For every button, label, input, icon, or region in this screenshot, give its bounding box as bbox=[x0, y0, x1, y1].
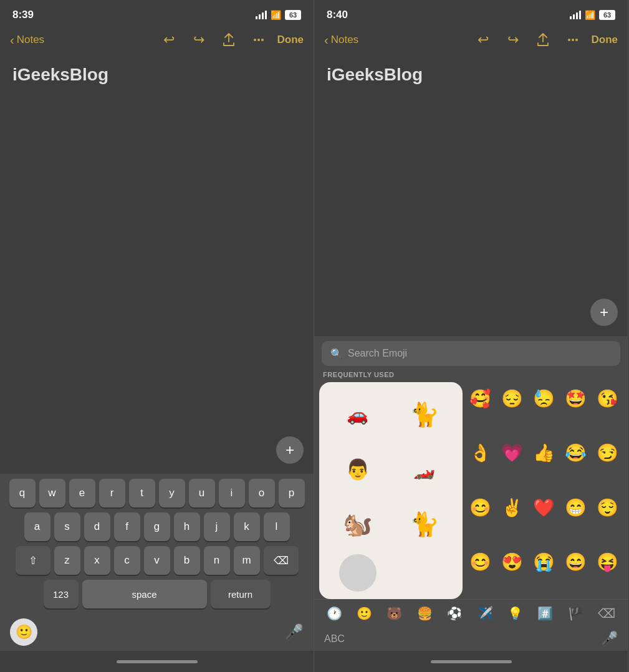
key-m[interactable]: m bbox=[234, 546, 260, 575]
sticker-car2[interactable]: 🏎️ bbox=[393, 444, 455, 494]
cat-nature-icon[interactable]: 🐻 bbox=[384, 603, 405, 623]
emoji-17[interactable]: 😭 bbox=[529, 546, 559, 578]
keyboard-row-3: ⇧ z x c v b n m ⌫ bbox=[4, 546, 310, 575]
key-g[interactable]: g bbox=[144, 512, 170, 541]
note-area-left: iGeeksBlog + bbox=[0, 55, 314, 474]
key-e[interactable]: e bbox=[69, 479, 95, 507]
key-j[interactable]: j bbox=[204, 512, 230, 541]
sticker-cat1[interactable]: 🐈 bbox=[393, 390, 455, 439]
plus-button-right[interactable]: + bbox=[590, 299, 618, 326]
emoji-keyboard: 🔍 Search Emoji FREQUENTLY USED 🚗 🐈 👨 🏎️ … bbox=[314, 336, 628, 651]
svg-point-1 bbox=[257, 39, 260, 41]
key-a[interactable]: a bbox=[24, 512, 50, 541]
key-q[interactable]: q bbox=[9, 479, 36, 507]
mic-icon-right[interactable]: 🎤 bbox=[601, 631, 618, 647]
key-v[interactable]: v bbox=[144, 546, 170, 575]
key-i[interactable]: i bbox=[219, 479, 245, 507]
emoji-16[interactable]: 😍 bbox=[497, 546, 527, 578]
emoji-15[interactable]: 😊 bbox=[465, 546, 496, 578]
emoji-button[interactable]: 🙂 bbox=[10, 618, 37, 646]
note-title-right[interactable]: iGeeksBlog bbox=[327, 65, 615, 85]
emoji-1[interactable]: 😔 bbox=[497, 382, 527, 415]
emoji-18[interactable]: 😄 bbox=[560, 546, 591, 578]
emoji-0[interactable]: 🥰 bbox=[465, 382, 496, 415]
cat-flags-icon[interactable]: 🏴 bbox=[565, 603, 586, 623]
cat-face-icon[interactable]: 🙂 bbox=[354, 603, 375, 623]
keyboard-row-2: a s d f g h j k l bbox=[4, 512, 310, 541]
svg-point-3 bbox=[568, 39, 570, 41]
cat-travel-icon[interactable]: ✈️ bbox=[475, 603, 496, 623]
key-x[interactable]: x bbox=[84, 546, 110, 575]
undo-button-left[interactable]: ↩ bbox=[158, 29, 180, 51]
back-button-right[interactable]: ‹ Notes bbox=[324, 33, 358, 47]
sticker-cat2[interactable]: 🐈 bbox=[393, 499, 455, 549]
cat-food-icon[interactable]: 🍔 bbox=[415, 603, 435, 623]
note-title-left[interactable]: iGeeksBlog bbox=[12, 65, 301, 85]
key-w[interactable]: w bbox=[39, 479, 65, 507]
key-f[interactable]: f bbox=[114, 512, 140, 541]
cat-delete-icon[interactable]: ⌫ bbox=[595, 603, 618, 623]
more-button-right[interactable] bbox=[562, 29, 584, 51]
emoji-2[interactable]: 😓 bbox=[529, 382, 559, 415]
key-n[interactable]: n bbox=[204, 546, 230, 575]
sticker-squirrel[interactable]: 🐿️ bbox=[327, 499, 388, 549]
key-k[interactable]: k bbox=[234, 512, 260, 541]
emoji-6[interactable]: 💗 bbox=[497, 437, 527, 469]
sticker-blank bbox=[327, 554, 388, 592]
emoji-14[interactable]: 😌 bbox=[592, 491, 623, 524]
key-y[interactable]: y bbox=[159, 479, 185, 507]
key-backspace[interactable]: ⌫ bbox=[264, 546, 299, 575]
key-z[interactable]: z bbox=[54, 546, 80, 575]
redo-button-right[interactable]: ↪ bbox=[502, 29, 524, 51]
done-button-right[interactable]: Done bbox=[592, 34, 618, 46]
emoji-9[interactable]: 😏 bbox=[592, 437, 623, 469]
key-o[interactable]: o bbox=[249, 479, 275, 507]
emoji-11[interactable]: ✌️ bbox=[497, 491, 527, 524]
key-h[interactable]: h bbox=[174, 512, 200, 541]
key-t[interactable]: t bbox=[129, 479, 155, 507]
more-button-left[interactable] bbox=[247, 29, 270, 51]
keyboard: q w e r t y u i o p a s d f g h j k l ⇧ … bbox=[0, 474, 314, 613]
share-button-right[interactable] bbox=[532, 29, 554, 51]
sticker-car[interactable]: 🚗 bbox=[327, 390, 388, 439]
key-shift[interactable]: ⇧ bbox=[16, 546, 50, 575]
emoji-8[interactable]: 😂 bbox=[560, 437, 591, 469]
emoji-13[interactable]: 😁 bbox=[560, 491, 591, 524]
plus-button-left[interactable]: + bbox=[276, 436, 304, 464]
cat-recent-icon[interactable]: 🕐 bbox=[324, 603, 345, 623]
nav-bar-left: ‹ Notes ↩ ↪ Done bbox=[0, 27, 314, 55]
cat-symbols-icon[interactable]: #️⃣ bbox=[535, 603, 555, 623]
cat-objects-icon[interactable]: 💡 bbox=[505, 603, 526, 623]
battery-icon-left: 63 bbox=[285, 10, 301, 20]
share-button-left[interactable] bbox=[218, 29, 240, 51]
emoji-19[interactable]: 😝 bbox=[592, 546, 623, 578]
right-panel: 8:40 📶 63 ‹ Notes ↩ ↪ bbox=[314, 0, 628, 672]
key-return[interactable]: return bbox=[211, 580, 271, 608]
key-space[interactable]: space bbox=[82, 580, 207, 608]
emoji-4[interactable]: 😘 bbox=[592, 382, 623, 415]
key-s[interactable]: s bbox=[54, 512, 80, 541]
key-c[interactable]: c bbox=[114, 546, 140, 575]
mic-icon-left[interactable]: 🎤 bbox=[285, 623, 304, 641]
abc-button[interactable]: ABC bbox=[324, 633, 345, 645]
undo-button-right[interactable]: ↩ bbox=[472, 29, 494, 51]
signal-icon-left bbox=[256, 11, 267, 19]
key-d[interactable]: d bbox=[84, 512, 110, 541]
emoji-7[interactable]: 👍 bbox=[529, 437, 559, 469]
redo-button-left[interactable]: ↪ bbox=[188, 29, 210, 51]
emoji-3[interactable]: 🤩 bbox=[560, 382, 591, 415]
back-button-left[interactable]: ‹ Notes bbox=[10, 33, 44, 47]
emoji-12[interactable]: ❤️ bbox=[529, 491, 559, 524]
key-b[interactable]: b bbox=[174, 546, 200, 575]
emoji-5[interactable]: 👌 bbox=[465, 437, 496, 469]
emoji-10[interactable]: 😊 bbox=[465, 491, 496, 524]
key-r[interactable]: r bbox=[99, 479, 125, 507]
emoji-search-bar[interactable]: 🔍 Search Emoji bbox=[322, 341, 620, 366]
key-u[interactable]: u bbox=[189, 479, 215, 507]
done-button-left[interactable]: Done bbox=[277, 34, 304, 46]
key-num[interactable]: 123 bbox=[44, 580, 79, 608]
sticker-person[interactable]: 👨 bbox=[327, 444, 388, 494]
key-p[interactable]: p bbox=[279, 479, 305, 507]
cat-activity-icon[interactable]: ⚽ bbox=[444, 603, 465, 623]
key-l[interactable]: l bbox=[264, 512, 290, 541]
